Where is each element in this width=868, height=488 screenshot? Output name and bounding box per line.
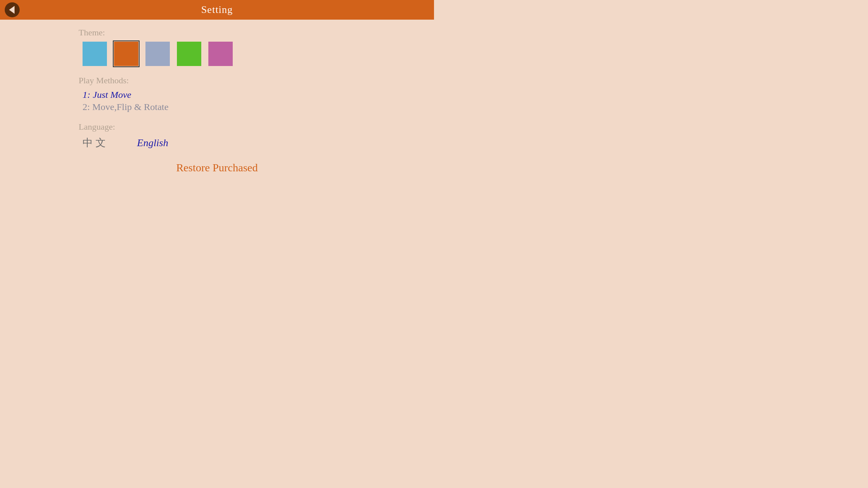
- theme-section: Theme:: [79, 28, 355, 66]
- play-methods-label: Play Methods:: [79, 75, 355, 86]
- play-method-1[interactable]: 1: Just Move: [83, 90, 355, 100]
- language-section: Language: 中 文 English: [79, 122, 355, 150]
- page-title: Setting: [201, 4, 233, 16]
- theme-swatch-purple[interactable]: [208, 42, 233, 66]
- restore-purchased-button[interactable]: Restore Purchased: [79, 161, 355, 174]
- play-methods-section: Play Methods: 1: Just Move 2: Move,Flip …: [79, 75, 355, 112]
- theme-swatch-blue[interactable]: [83, 42, 107, 66]
- language-english[interactable]: English: [137, 137, 168, 149]
- theme-swatch-slate[interactable]: [145, 42, 170, 66]
- theme-swatch-orange[interactable]: [114, 42, 138, 66]
- header: Setting: [0, 0, 434, 20]
- language-options: 中 文 English: [83, 136, 355, 150]
- back-arrow-icon: [9, 6, 15, 14]
- theme-swatches: [83, 42, 355, 66]
- settings-content: Theme: Play Methods: 1: Just Move 2: Mov…: [0, 20, 434, 182]
- language-label: Language:: [79, 122, 355, 132]
- theme-swatch-green[interactable]: [177, 42, 201, 66]
- back-button[interactable]: [5, 2, 20, 17]
- play-method-2[interactable]: 2: Move,Flip & Rotate: [83, 102, 355, 112]
- language-chinese[interactable]: 中 文: [83, 136, 106, 150]
- theme-label: Theme:: [79, 28, 355, 38]
